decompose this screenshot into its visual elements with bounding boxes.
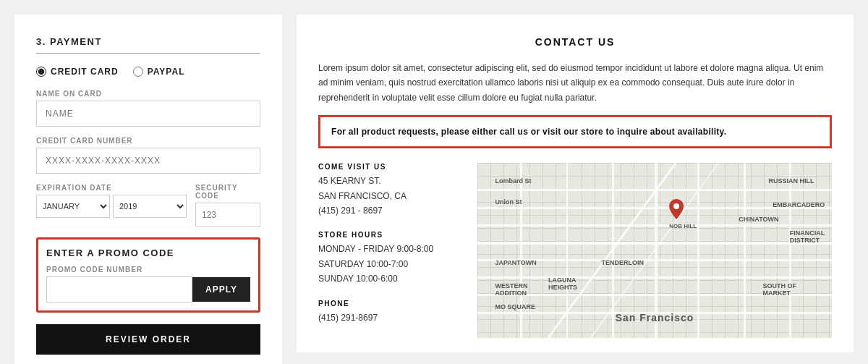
contact-section-title: CONTACT US (318, 36, 832, 48)
embarcadero-label: EMBARCADERO (773, 201, 825, 208)
expiry-label: EXPIRATION DATE (36, 184, 187, 192)
expiry-group: EXPIRATION DATE JANUARY FEBRUARY MARCH A… (36, 184, 187, 227)
address-line1: 45 KEARNY ST. (318, 176, 380, 186)
paypal-option[interactable]: PAYPAL (133, 67, 185, 77)
name-on-card-input[interactable] (36, 101, 260, 127)
store-hours-title: STORE HOURS (318, 231, 463, 239)
credit-card-option[interactable]: CREDIT CARD (36, 67, 119, 77)
review-order-button[interactable]: REVIEW ORDER (36, 324, 260, 355)
map-background: RUSSIAN HILL Lombard St EMBARCADERO FINA… (477, 163, 832, 338)
year-select[interactable]: 2019 2020 2021 2022 2023 2024 (113, 195, 187, 218)
expiry-selects: JANUARY FEBRUARY MARCH APRIL MAY JUNE JU… (36, 195, 187, 218)
promo-code-label: PROMO CODE NUMBER (46, 266, 250, 274)
notice-text: For all product requests, please either … (331, 127, 726, 137)
south-of-market-label: SOUTH OFMARKET (763, 282, 797, 297)
tenderloin-label: TENDERLOIN (602, 259, 644, 266)
svg-point-2 (673, 203, 679, 209)
japantown-label: JAPANTOWN (495, 259, 537, 266)
payment-panel: 3. PAYMENT CREDIT CARD PAYPAL NAME ON CA… (14, 14, 282, 364)
payment-methods: CREDIT CARD PAYPAL (36, 67, 260, 77)
chinatown-label: CHINATOWN (739, 216, 778, 223)
expiry-security-row: EXPIRATION DATE JANUARY FEBRUARY MARCH A… (36, 184, 260, 227)
street-v5 (697, 163, 699, 338)
lombard-label: Lombard St (495, 177, 532, 185)
paypal-label: PAYPAL (148, 67, 185, 77)
phone-block: PHONE (415) 291-8697 (318, 300, 463, 325)
apply-button[interactable]: APPLY (192, 277, 250, 302)
store-hours-text: MONDAY - FRIDAY 9:00-8:00 SATURDAY 10:00… (318, 242, 463, 286)
street-v3 (612, 163, 614, 338)
phone-title: PHONE (318, 300, 463, 308)
nob-hill-label: NOB HILL (669, 223, 697, 229)
month-select[interactable]: JANUARY FEBRUARY MARCH APRIL MAY JUNE JU… (36, 195, 110, 218)
russian-hill-label: RUSSIAN HILL (769, 177, 814, 185)
come-visit-address: 45 KEARNY ST. SAN FRANCISCO, CA (415) 29… (318, 174, 463, 218)
hours-line1: MONDAY - FRIDAY 9:00-8:00 (318, 244, 433, 254)
hours-line2: SATURDAY 10:00-7:00 (318, 259, 408, 269)
store-hours-block: STORE HOURS MONDAY - FRIDAY 9:00-8:00 SA… (318, 231, 463, 286)
credit-card-number-label: CREDIT CARD NUMBER (36, 137, 260, 145)
street-v6 (744, 163, 746, 338)
map-container: RUSSIAN HILL Lombard St EMBARCADERO FINA… (477, 163, 832, 338)
credit-card-number-group: CREDIT CARD NUMBER (36, 137, 260, 174)
promo-code-input[interactable] (46, 276, 192, 302)
contact-content-row: COME VISIT US 45 KEARNY ST. SAN FRANCISC… (318, 163, 832, 338)
financial-district-label: FINANCIALDISTRICT (790, 229, 825, 244)
phone-number: (415) 291-8697 (318, 310, 463, 325)
paypal-radio[interactable] (133, 67, 143, 77)
promo-input-row: APPLY (46, 276, 250, 302)
map-pin-container: NOB HILL (669, 199, 697, 229)
security-code-label: SECURITY CODE (195, 184, 260, 200)
credit-card-label: CREDIT CARD (51, 67, 119, 77)
come-visit-block: COME VISIT US 45 KEARNY ST. SAN FRANCISC… (318, 163, 463, 218)
payment-section-title: 3. PAYMENT (36, 36, 260, 54)
security-code-group: SECURITY CODE (195, 184, 260, 227)
address-line2: SAN FRANCISCO, CA (318, 191, 407, 201)
street-v2 (566, 163, 569, 338)
contact-info: COME VISIT US 45 KEARNY ST. SAN FRANCISC… (318, 163, 463, 338)
map-pin-svg (669, 199, 684, 219)
contact-description: Lorem ipsum dolor sit amet, consectetur … (318, 61, 832, 105)
come-visit-title: COME VISIT US (318, 163, 463, 171)
name-on-card-group: NAME ON CARD (36, 90, 260, 127)
western-addition-label: WESTERNADDITION (495, 282, 528, 297)
hours-line3: SUNDAY 10:00-6:00 (318, 274, 398, 284)
contact-panel: CONTACT US Lorem ipsum dolor sit amet, c… (297, 14, 854, 352)
name-on-card-label: NAME ON CARD (36, 90, 260, 98)
street-v1 (520, 163, 522, 338)
promo-title: ENTER A PROMO CODE (46, 247, 250, 258)
laguna-heights-label: LAGUNAHEIGHTS (548, 276, 577, 291)
union-st-label: Union St (495, 198, 522, 206)
promo-section: ENTER A PROMO CODE PROMO CODE NUMBER APP… (36, 237, 260, 313)
address-line3: (415) 291 - 8697 (318, 206, 383, 216)
notice-box: For all product requests, please either … (318, 115, 832, 148)
credit-card-radio[interactable] (36, 67, 46, 77)
street-v7 (789, 163, 791, 338)
city-label: San Francisco (616, 312, 694, 323)
security-code-input[interactable] (195, 203, 260, 227)
credit-card-number-input[interactable] (36, 148, 260, 174)
page-wrapper: 3. PAYMENT CREDIT CARD PAYPAL NAME ON CA… (0, 0, 868, 364)
mo-square-label: MO SQUARE (495, 303, 536, 310)
